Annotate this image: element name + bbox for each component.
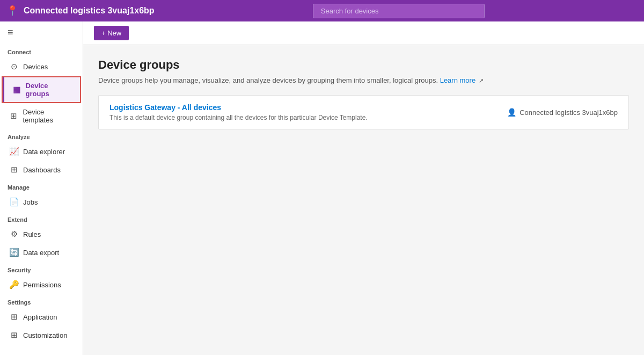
- sidebar-label-device-templates: Device templates: [23, 108, 75, 124]
- sidebar-label-data-explorer: Data explorer: [23, 148, 65, 156]
- section-label-manage: Manage: [0, 179, 83, 193]
- sidebar-item-application[interactable]: ⊞ Application: [0, 308, 83, 326]
- device-group-app-name: Connected logistics 3vuaj1x6bp: [519, 108, 618, 117]
- toolbar: + New: [83, 21, 644, 45]
- sidebar-item-dashboards[interactable]: ⊞ Dashboards: [0, 161, 83, 179]
- data-export-icon: 🔄: [9, 248, 19, 257]
- page-title: Device groups: [98, 58, 629, 72]
- device-group-card-right: 👤 Connected logistics 3vuaj1x6bp: [507, 108, 618, 117]
- sidebar-section-connect: Connect ⊙ Devices ▦ Device groups ⊞ Devi…: [0, 44, 83, 128]
- sidebar-label-device-groups: Device groups: [26, 82, 72, 98]
- location-icon: 📍: [6, 5, 18, 17]
- sidebar-section-settings: Settings ⊞ Application ⊞ Customization: [0, 294, 83, 344]
- sidebar-item-device-templates[interactable]: ⊞ Device templates: [0, 104, 83, 128]
- sidebar-section-manage: Manage 📄 Jobs: [0, 179, 83, 211]
- section-label-extend: Extend: [0, 211, 83, 225]
- data-explorer-icon: 📈: [9, 147, 19, 156]
- sidebar: ≡ Connect ⊙ Devices ▦ Device groups ⊞ De…: [0, 21, 83, 355]
- customization-icon: ⊞: [9, 330, 19, 340]
- sidebar-label-data-export: Data export: [23, 249, 59, 257]
- sidebar-item-device-groups[interactable]: ▦ Device groups: [3, 77, 80, 102]
- device-templates-icon: ⊞: [9, 111, 19, 121]
- page-description: Device groups help you manage, visualize…: [98, 76, 629, 84]
- device-group-card-left: Logistics Gateway - All devices This is …: [109, 103, 368, 121]
- sidebar-item-data-export[interactable]: 🔄 Data export: [0, 243, 83, 262]
- sidebar-section-analyze: Analyze 📈 Data explorer ⊞ Dashboards: [0, 128, 83, 179]
- external-link-icon: ↗: [479, 77, 484, 84]
- hamburger-button[interactable]: ≡: [0, 21, 83, 44]
- sidebar-item-devices[interactable]: ⊙ Devices: [0, 57, 83, 76]
- jobs-icon: 📄: [9, 197, 19, 207]
- new-button[interactable]: + New: [94, 26, 129, 40]
- search-container: [313, 4, 485, 18]
- sidebar-item-jobs[interactable]: 📄 Jobs: [0, 193, 83, 211]
- sidebar-item-customization[interactable]: ⊞ Customization: [0, 326, 83, 344]
- sidebar-label-application: Application: [23, 313, 57, 321]
- main-layout: ≡ Connect ⊙ Devices ▦ Device groups ⊞ De…: [0, 21, 644, 355]
- device-group-description: This is a default device group containin…: [109, 114, 368, 121]
- application-icon: ⊞: [9, 312, 19, 322]
- page-description-text: Device groups help you manage, visualize…: [98, 76, 438, 84]
- topbar: 📍 Connected logistics 3vuaj1x6bp: [0, 0, 644, 21]
- sidebar-item-rules[interactable]: ⚙ Rules: [0, 225, 83, 243]
- sidebar-label-jobs: Jobs: [23, 198, 38, 206]
- learn-more-link[interactable]: Learn more: [440, 76, 475, 84]
- sidebar-item-data-explorer[interactable]: 📈 Data explorer: [0, 142, 83, 161]
- permissions-icon: 🔑: [9, 280, 19, 289]
- sidebar-item-permissions[interactable]: 🔑 Permissions: [0, 276, 83, 294]
- sidebar-label-devices: Devices: [23, 63, 48, 71]
- device-groups-icon: ▦: [12, 85, 21, 95]
- section-label-connect: Connect: [0, 44, 83, 57]
- sidebar-section-extend: Extend ⚙ Rules 🔄 Data export: [0, 211, 83, 262]
- rules-icon: ⚙: [9, 229, 19, 239]
- device-group-title-link[interactable]: Logistics Gateway - All devices: [109, 103, 221, 112]
- section-label-analyze: Analyze: [0, 128, 83, 142]
- section-label-settings: Settings: [0, 294, 83, 308]
- sidebar-label-rules: Rules: [23, 230, 41, 238]
- content-area: + New Device groups Device groups help y…: [83, 21, 644, 355]
- dashboards-icon: ⊞: [9, 165, 19, 175]
- app-title: Connected logistics 3vuaj1x6bp: [24, 6, 155, 16]
- sidebar-section-security: Security 🔑 Permissions: [0, 262, 83, 294]
- search-input[interactable]: [313, 4, 485, 18]
- sidebar-label-customization: Customization: [23, 331, 67, 339]
- section-label-security: Security: [0, 262, 83, 276]
- sidebar-label-permissions: Permissions: [23, 281, 61, 289]
- app-name-icon: 👤: [507, 108, 516, 117]
- device-group-card: Logistics Gateway - All devices This is …: [98, 95, 629, 129]
- sidebar-label-dashboards: Dashboards: [23, 166, 61, 174]
- page-content: Device groups Device groups help you man…: [83, 45, 644, 355]
- devices-icon: ⊙: [9, 62, 19, 71]
